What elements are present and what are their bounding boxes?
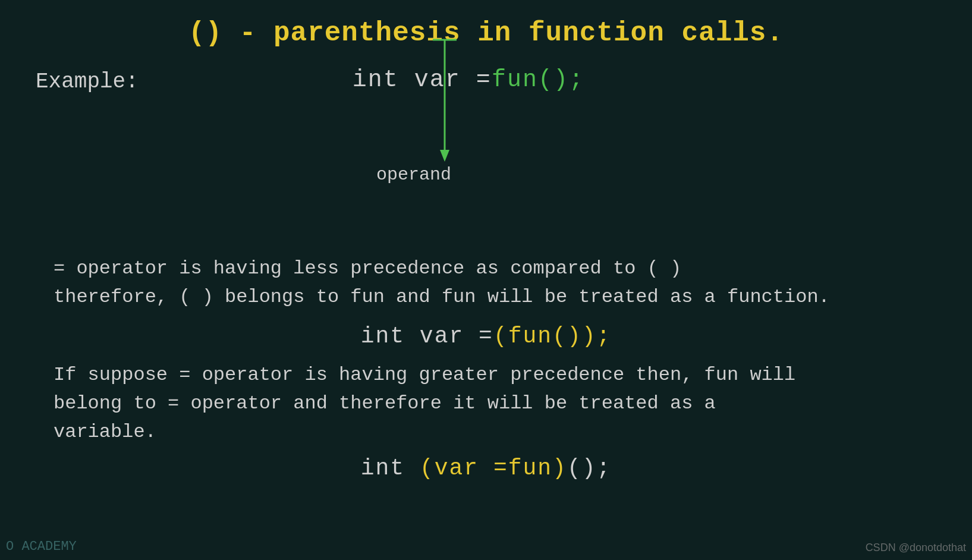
watermark-left: O ACADEMY [6, 539, 77, 554]
code-plain-1: int var = [353, 67, 492, 93]
explanation-1-line2: therefore, ( ) belongs to fun and fun wi… [54, 283, 936, 312]
arrow-svg [427, 37, 463, 168]
code3-yellow: (var =fun) [420, 455, 567, 481]
code-mono-3: int (var =fun)(); [361, 455, 612, 481]
code-example-1: int var =fun(); [353, 67, 584, 93]
slide-title: () - parenthesis in function calls. [36, 18, 936, 49]
watermark-right: CSDN @donotdothat [866, 542, 966, 554]
code-mono-2: int var =(fun()); [361, 323, 612, 349]
slide-container: () - parenthesis in function calls. Exam… [0, 0, 972, 560]
code2-prefix: int var = [361, 323, 493, 349]
arrow-wrapper: operand [427, 37, 463, 171]
explanation-2-line3: variable. [54, 418, 936, 446]
svg-marker-2 [440, 150, 449, 162]
example-label: Example: [36, 67, 139, 94]
explanation-2-line1: If suppose = operator is having greater … [54, 361, 936, 389]
code3-suffix: (); [567, 455, 611, 481]
code-block-2: int var =(fun()); [36, 323, 936, 349]
explanation-1-line1: = operator is having less precedence as … [54, 254, 936, 283]
explanation-block-1: = operator is having less precedence as … [36, 254, 936, 312]
example-row: Example: int var =fun(); [36, 67, 936, 94]
explanation-block-2: If suppose = operator is having greater … [36, 361, 936, 446]
code-highlighted-1: fun(); [492, 67, 584, 93]
code3-prefix: int [361, 455, 420, 481]
code2-yellow: (fun()); [493, 323, 611, 349]
operand-label: operand [376, 165, 451, 185]
code-block-3: int (var =fun)(); [36, 455, 936, 481]
explanation-2-line2: belong to = operator and therefore it wi… [54, 389, 936, 418]
